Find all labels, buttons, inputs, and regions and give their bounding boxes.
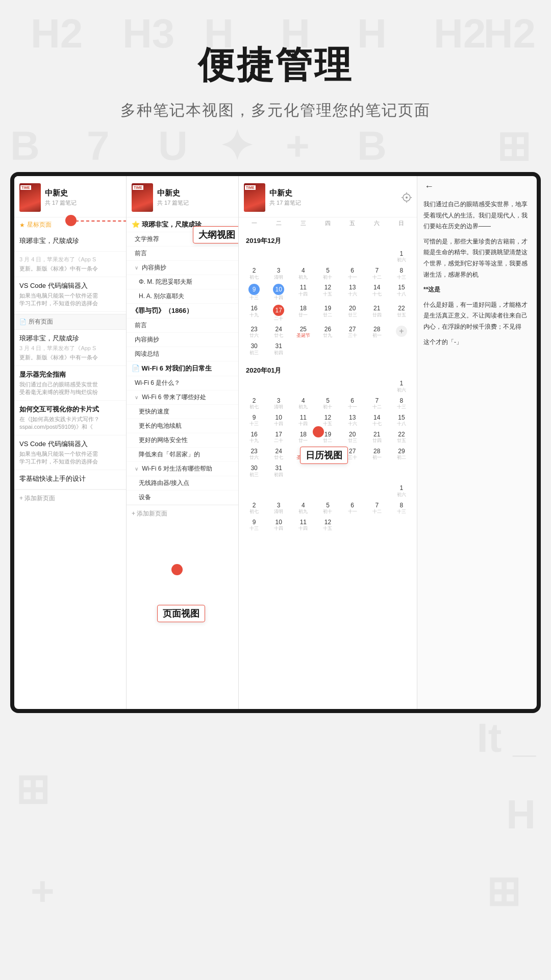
notebook-cover-2: [132, 183, 153, 212]
add-page-btn[interactable]: + 添加新页面: [14, 489, 126, 507]
list-date: 3 月 4 日，苹果发布了《App S: [19, 345, 121, 352]
star-icon: ★: [19, 222, 25, 229]
list-item-title: VS Code 代码编辑器入: [19, 439, 121, 449]
notebook-cover-3: [244, 183, 265, 212]
reading-text-3: **这是: [423, 284, 531, 296]
outline-item: H. A. 别尔嘉耶夫: [127, 289, 238, 304]
add-page-btn-2[interactable]: + 添加新页面: [127, 505, 238, 522]
outline-item: 更好的网络安全性: [127, 433, 238, 448]
list-item-title: 零基础快读上手的设计: [19, 474, 121, 483]
list-item[interactable]: 零基础快读上手的设计: [14, 470, 126, 489]
settings-icon[interactable]: [402, 192, 412, 203]
notebook-name-1: 中新史: [45, 188, 121, 198]
mockup-container: 中新史 共 17 篇笔记 ★ 星标页面 琅琊非宝，尺牍成珍 3 月 4 日，苹果…: [10, 172, 541, 713]
outline-item: 更长的电池续航: [127, 419, 238, 433]
calendar-label-callout: 日历视图: [300, 447, 348, 464]
list-item[interactable]: 琅琊非宝，尺牍成珍: [14, 232, 126, 252]
list-preview2: 受着毫无束缚的视野与绚烂缤纷: [19, 388, 121, 396]
outline-wifi-section: 📄 Wi-Fi 6 对我们的日常生: [127, 361, 238, 376]
list-preview: 如果当电脑只能装一个软件还需: [19, 450, 121, 458]
page-title: 便捷管理: [0, 41, 551, 90]
red-dot-1: [65, 215, 77, 226]
page-subtitle: 多种笔记本视图，多元化管理您的笔记页面: [0, 100, 551, 121]
list-preview2: 学习工作时，不知道你的选择会: [19, 300, 121, 307]
back-arrow[interactable]: ←: [417, 176, 537, 192]
list-item[interactable]: 显示器完全指南 我们通过自己的眼睛感受实世世 受着毫无束缚的视野与绚烂缤纷: [14, 366, 126, 401]
notebook-header-2: 中新史 共 17 篇笔记: [127, 176, 238, 217]
outline-item: 更快的速度: [127, 405, 238, 419]
outline-label-callout: 大纲视图: [193, 226, 239, 243]
list-preview: 在《[如何高效实践卡片式写作？: [19, 415, 121, 423]
list-preview: 更新。新版《标准》中有一条令: [19, 265, 121, 273]
notebook-count-1: 共 17 篇笔记: [45, 199, 121, 207]
cal-days-header: 一 二 三 四 五 六 日: [239, 217, 417, 229]
panel-list-view: 中新史 共 17 篇笔记 ★ 星标页面 琅琊非宝，尺牍成珍 3 月 4 日，苹果…: [14, 176, 127, 709]
notebook-info-3: 中新史 共 17 篇笔记: [269, 188, 402, 207]
outline-item: 设备: [127, 491, 238, 505]
list-preview: 更新。新版《标准》中有一条令: [19, 354, 121, 361]
list-preview: 我们通过自己的眼睛感受实世世: [19, 381, 121, 388]
outline-section: 《罪与罚》（1866）: [127, 304, 238, 318]
outline-item: 无线路由器/接入点: [127, 476, 238, 491]
notebook-cover-1: [19, 183, 41, 212]
list-item-title: 如何交互可视化你的卡片式: [19, 405, 121, 414]
dashed-line-1: [76, 220, 127, 222]
reading-text-2: 可惜的是，那些大量珍贵的古籍前，才能是生命的精华。我们要跳眺望清楚这个世界，感觉…: [423, 236, 531, 280]
notebook-count-3: 共 17 篇笔记: [269, 199, 402, 207]
cal-grid-dec: 1初六 2初七 3清明 4初九 5初十 6十一 7十二 8十三 9十三 10十四…: [239, 249, 417, 357]
list-item[interactable]: VS Code 代码编辑器入 如果当电脑只能装一个软件还需 学习工作时，不知道你…: [14, 277, 126, 312]
panel-reading-view: ← 我们通过自己的眼睛感受实世界，地享受着现代人的生活。我们是现代人，我们要站在…: [417, 176, 537, 709]
cal-grid-extra: 1初六 2初七 3清明 4初九 5初十 6十一 7十二 8十三 9十三 10十四…: [239, 483, 417, 533]
page-header: 便捷管理 多种笔记本视图，多元化管理您的笔记页面: [0, 0, 551, 141]
reading-panel: 我们通过自己的眼睛感受实世界，地享受着现代人的生活。我们是现代人，我们要站在历史…: [417, 192, 537, 359]
list-item-title: 琅琊非宝，尺牍成珍: [19, 334, 121, 343]
doc-icon: 📄: [19, 318, 27, 325]
notebook-header-3: 中新史 共 17 篇笔记: [239, 176, 417, 217]
outline-item: 前言: [127, 247, 238, 261]
list-item[interactable]: VS Code 代码编辑器入 如果当电脑只能装一个软件还需 学习工作时，不知道你…: [14, 435, 126, 470]
outline-item: ∨ 内容摘抄: [127, 261, 238, 275]
notebook-header-1: 中新史 共 17 篇笔记: [14, 176, 126, 217]
notebook-info-2: 中新史 共 17 篇笔记: [157, 188, 233, 207]
list-preview: 如果当电脑只能装一个软件还需: [19, 292, 121, 300]
notebook-name-2: 中新史: [157, 188, 233, 198]
page-label-callout: 页面视图: [157, 605, 205, 622]
list-item-title: VS Code 代码编辑器入: [19, 281, 121, 290]
outline-item: ∨ Wi-Fi 6 带来了哪些好处: [127, 390, 238, 405]
red-dot-3: [313, 426, 324, 437]
outline-item: Wi-Fi 6 是什么？: [127, 376, 238, 390]
cal-month-header-2020: 2020年01月: [239, 361, 417, 378]
red-dot-2: [171, 564, 183, 575]
cal-month-header-2019: 2019年12月: [239, 231, 417, 249]
reading-text-5: 这个才的「-」: [423, 337, 531, 348]
notebook-info-1: 中新史 共 17 篇笔记: [45, 188, 121, 207]
panel-calendar-view: 中新史 共 17 篇笔记 一 二 三 四 五 六 日 2019年12月: [239, 176, 417, 709]
list-item-title: 琅琊非宝，尺牍成珍: [19, 236, 121, 246]
list-date: 3 月 4 日，苹果发布了《App S: [19, 256, 121, 263]
list-preview2: 学习工作时，不知道你的选择会: [19, 458, 121, 465]
reading-text-1: 我们通过自己的眼睛感受实世界，地享受着现代人的生活。我们是现代人，我们要站在历史…: [423, 199, 531, 232]
notebook-name-3: 中新史: [269, 188, 402, 198]
list-item[interactable]: 琅琊非宝，尺牍成珍 3 月 4 日，苹果发布了《App S 更新。新版《标准》中…: [14, 330, 126, 366]
outline-item: 内容摘抄: [127, 333, 238, 347]
reading-text-4: 什么是好题，有一道好问题，才能格才是生活真正意义。不让阅读者往来自己内心，在浮躁…: [423, 300, 531, 333]
notebook-count-2: 共 17 篇笔记: [157, 199, 233, 207]
list-item[interactable]: 如何交互可视化你的卡片式 在《[如何高效实践卡片式写作？ sspai.com/p…: [14, 401, 126, 435]
list-item-title: 显示器完全指南: [19, 370, 121, 379]
outline-item: 降低来自「邻居家」的: [127, 448, 238, 462]
all-section-header: 📄 所有页面: [14, 314, 126, 330]
panel-outline-view: 中新史 共 17 篇笔记 ⭐ 琅琊非宝，尺牍成珍 文学推荐 前言 ∨ 内容摘抄 …: [127, 176, 239, 709]
list-item[interactable]: 3 月 4 日，苹果发布了《App S 更新。新版《标准》中有一条令: [14, 252, 126, 277]
outline-item: Φ. M. 陀思妥耶夫斯: [127, 275, 238, 289]
outline-item: 前言: [127, 318, 238, 333]
outline-item: ∨ Wi-Fi 6 对生活有哪些帮助: [127, 462, 238, 476]
outline-item: 阅读总结: [127, 347, 238, 361]
list-preview2: sspai.com/post/59109)》和《: [19, 423, 121, 431]
svg-point-0: [406, 197, 408, 199]
